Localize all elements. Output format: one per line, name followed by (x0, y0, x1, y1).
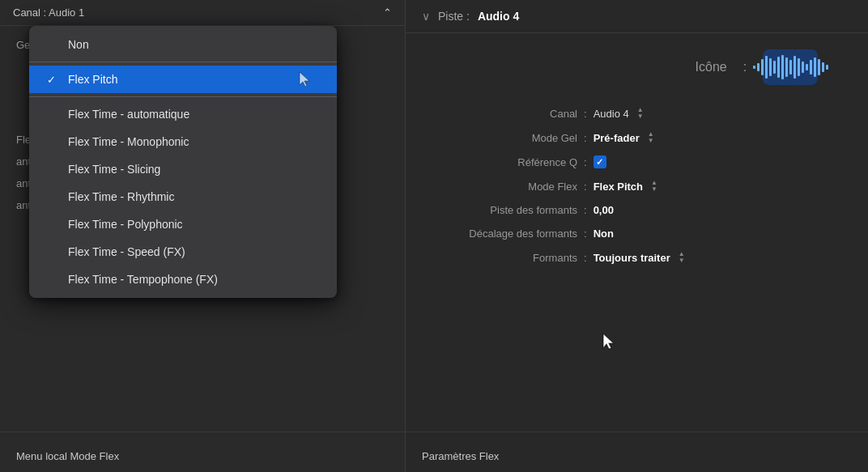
prop-value-formants: Toujours traiter ▲▼ (594, 251, 844, 264)
waveform-bar (757, 63, 760, 71)
waveform-bar (814, 57, 816, 77)
prop-label-mode-gel: Mode Gel (422, 132, 584, 144)
audio-waveform (753, 56, 828, 79)
dropdown-label-non: Non (68, 38, 319, 51)
dropdown-divider-2 (29, 96, 337, 97)
flex-mode-dropdown: Non ✓ Flex Pitch Flex Time - automatique… (29, 26, 337, 298)
dropdown-item-non[interactable]: Non (29, 31, 337, 58)
waveform-bar (818, 59, 820, 75)
dropdown-label-tempophone: Flex Time - Tempophone (FX) (68, 273, 319, 286)
prop-value-canal: Audio 4 ▲▼ (594, 107, 844, 120)
waveform-bar (753, 66, 755, 69)
prop-value-piste-formants: 0,00 (594, 204, 844, 216)
left-caption-text: Menu local Mode Flex (16, 450, 119, 462)
icon-row: Icône : (406, 49, 868, 85)
dropdown-label-speed: Flex Time - Speed (FX) (68, 245, 319, 258)
prop-row-canal: Canal : Audio 4 ▲▼ (406, 101, 868, 125)
reference-q-checkbox[interactable]: ✓ (594, 155, 606, 168)
prop-label-canal: Canal (422, 108, 584, 120)
dropdown-label-auto: Flex Time - automatique (68, 108, 319, 121)
dropdown-item-flex-time-mono[interactable]: Flex Time - Monophonic (29, 128, 337, 155)
waveform-bar (822, 62, 824, 72)
right-panel: ∨ Piste : Audio 4 Icône : Canal : Audio … (405, 0, 868, 472)
canal-label: Canal : Audio 1 (13, 6, 84, 19)
formants-stepper[interactable]: ▲▼ (679, 251, 685, 264)
waveform-bar (781, 55, 784, 79)
waveform-bar (794, 56, 796, 79)
dropdown-item-flex-time-slicing[interactable]: Flex Time - Slicing (29, 155, 337, 183)
icon-label: Icône (572, 60, 734, 74)
dropdown-label-rhythmic: Flex Time - Rhythmic (68, 190, 319, 203)
audio-icon-button[interactable] (763, 49, 818, 85)
dropdown-item-flex-time-polyphonic[interactable]: Flex Time - Polyphonic (29, 210, 337, 238)
prop-value-decalage-formants: Non (594, 227, 844, 240)
waveform-bar (773, 61, 776, 74)
header-chevron-icon: ∨ (422, 10, 430, 23)
prop-label-mode-flex: Mode Flex (422, 181, 584, 193)
right-panel-content: Icône : Canal : Audio 4 ▲▼ Mode Gel : (406, 33, 868, 432)
right-bottom-caption: Paramètres Flex (406, 432, 868, 472)
dropdown-label-slicing: Flex Time - Slicing (68, 163, 319, 176)
header-track-value: Audio 4 (478, 10, 519, 23)
prop-row-reference-q: Référence Q : ✓ (406, 150, 868, 174)
cursor-icon (298, 70, 313, 88)
prop-label-decalage-formants: Décalage des formants (422, 227, 584, 240)
prop-row-decalage-formants: Décalage des formants : Non (406, 222, 868, 245)
dropdown-label-mono: Flex Time - Monophonic (68, 135, 319, 148)
waveform-bar (789, 60, 792, 74)
left-bottom-caption: Menu local Mode Flex (0, 432, 405, 472)
prop-row-formants: Formants : Toujours traiter ▲▼ (406, 245, 868, 270)
waveform-bar (802, 62, 804, 73)
mode-gel-stepper[interactable]: ▲▼ (648, 131, 654, 144)
right-caption-text: Paramètres Flex (422, 450, 499, 462)
waveform-bar (826, 65, 828, 70)
waveform-bar (765, 56, 768, 79)
waveform-bar (761, 59, 764, 75)
checkmark-flex-pitch: ✓ (47, 74, 60, 86)
prop-row-piste-formants: Piste des formants : 0,00 (406, 198, 868, 222)
prop-label-reference-q: Référence Q (422, 156, 584, 168)
dropdown-item-flex-time-rhythmic[interactable]: Flex Time - Rhythmic (29, 183, 337, 210)
waveform-bar (810, 60, 812, 74)
waveform-bar (777, 57, 780, 78)
canal-stepper[interactable]: ▲▼ (637, 107, 644, 120)
prop-label-piste-formants: Piste des formants (422, 204, 584, 216)
dropdown-divider (29, 62, 337, 62)
dropdown-label-flex-pitch: Flex Pitch (68, 73, 319, 86)
right-panel-header: ∨ Piste : Audio 4 (406, 0, 868, 33)
prop-row-mode-gel: Mode Gel : Pré-fader ▲▼ (406, 125, 868, 150)
left-panel: Canal : Audio 1 ⌃ Gel Flex ants ants ant… (0, 0, 405, 472)
prop-label-formants: Formants (422, 252, 584, 264)
header-track-label: Piste : (438, 10, 470, 23)
mode-flex-stepper[interactable]: ▲▼ (651, 180, 657, 193)
canal-arrow: ⌃ (383, 6, 392, 19)
dropdown-item-flex-time-speed[interactable]: Flex Time - Speed (FX) (29, 238, 337, 266)
waveform-bar (769, 58, 772, 76)
dropdown-item-flex-pitch[interactable]: ✓ Flex Pitch (29, 66, 337, 93)
prop-value-mode-flex: Flex Pitch ▲▼ (594, 180, 844, 193)
waveform-bar (785, 57, 788, 77)
waveform-bar (806, 64, 808, 70)
dropdown-label-polyphonic: Flex Time - Polyphonic (68, 218, 319, 231)
left-panel-header: Canal : Audio 1 ⌃ (0, 0, 405, 26)
dropdown-item-flex-time-auto[interactable]: Flex Time - automatique (29, 100, 337, 128)
prop-value-reference-q: ✓ (594, 155, 844, 168)
waveform-bar (798, 58, 800, 76)
prop-row-mode-flex: Mode Flex : Flex Pitch ▲▼ (406, 174, 868, 198)
prop-value-mode-gel: Pré-fader ▲▼ (594, 131, 844, 144)
dropdown-item-flex-time-tempophone[interactable]: Flex Time - Tempophone (FX) (29, 266, 337, 293)
